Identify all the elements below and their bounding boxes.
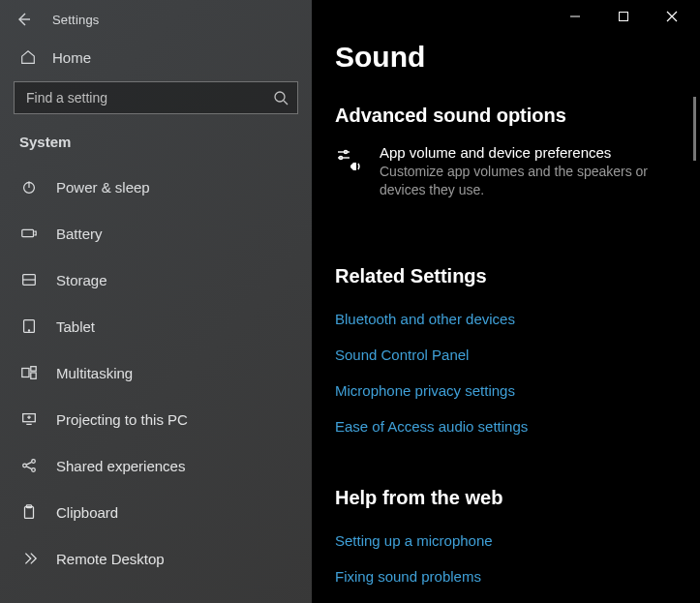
sidebar-item-label: Projecting to this PC xyxy=(56,411,188,428)
sidebar-item-power-sleep[interactable]: Power & sleep xyxy=(0,164,312,210)
page-title: Sound xyxy=(312,33,700,91)
close-button[interactable] xyxy=(650,2,694,31)
svg-point-5 xyxy=(28,330,29,331)
sidebar-item-shared-experiences[interactable]: Shared experiences xyxy=(0,442,312,489)
home-icon xyxy=(19,48,37,66)
related-heading: Related Settings xyxy=(335,265,677,287)
svg-rect-7 xyxy=(31,367,36,372)
projecting-icon xyxy=(19,409,39,429)
svg-point-11 xyxy=(32,460,36,464)
sidebar-item-label: Clipboard xyxy=(56,504,118,521)
sidebar-item-multitasking[interactable]: Multitasking xyxy=(0,349,312,396)
tablet-icon xyxy=(19,317,39,336)
help-link-fixing-sound-problems[interactable]: Fixing sound problems xyxy=(335,558,677,594)
minimize-button[interactable] xyxy=(553,2,597,31)
related-link-ease-of-access-audio-settings[interactable]: Ease of Access audio settings xyxy=(335,408,677,444)
battery-icon xyxy=(19,224,39,243)
svg-point-0 xyxy=(275,92,285,102)
sidebar-item-label: Shared experiences xyxy=(56,458,185,474)
remote-icon xyxy=(19,549,39,568)
sidebar-item-storage[interactable]: Storage xyxy=(0,256,312,303)
app-volume-preferences[interactable]: App volume and device preferences Custom… xyxy=(335,140,677,207)
scrollbar-thumb[interactable] xyxy=(693,97,696,161)
svg-rect-6 xyxy=(22,369,29,377)
search-icon xyxy=(273,90,289,106)
help-link-setting-up-a-microphone[interactable]: Setting up a microphone xyxy=(335,523,677,558)
help-links: Setting up a microphoneFixing sound prob… xyxy=(335,523,677,594)
sidebar-item-clipboard[interactable]: Clipboard xyxy=(0,489,312,535)
sidebar-item-label: Storage xyxy=(56,272,107,288)
sidebar-item-label: Power & sleep xyxy=(56,179,150,196)
svg-point-12 xyxy=(32,468,36,472)
maximize-button[interactable] xyxy=(601,2,646,31)
svg-rect-2 xyxy=(22,229,34,236)
sidebar-item-tablet[interactable]: Tablet xyxy=(0,303,312,349)
power-icon xyxy=(19,177,39,196)
svg-point-10 xyxy=(23,464,27,467)
svg-rect-15 xyxy=(620,13,628,21)
titlebar xyxy=(312,0,700,33)
sidebar: Settings Home System Power & sleepBatter… xyxy=(0,0,312,603)
svg-rect-8 xyxy=(31,373,36,378)
pref-title: App volume and device preferences xyxy=(380,144,677,161)
sidebar-item-label: Remote Desktop xyxy=(56,551,165,567)
sidebar-item-remote-desktop[interactable]: Remote Desktop xyxy=(0,535,312,582)
sidebar-item-projecting-to-this-pc[interactable]: Projecting to this PC xyxy=(0,396,312,442)
sidebar-item-label: Tablet xyxy=(56,318,95,335)
multitasking-icon xyxy=(19,363,39,382)
sidebar-item-battery[interactable]: Battery xyxy=(0,210,312,256)
related-link-sound-control-panel[interactable]: Sound Control Panel xyxy=(335,337,677,373)
svg-rect-13 xyxy=(25,507,34,519)
category-label: System xyxy=(0,128,312,164)
shared-icon xyxy=(19,456,39,475)
home-label: Home xyxy=(52,49,91,66)
search-input[interactable] xyxy=(14,81,298,114)
related-link-bluetooth-and-other-devices[interactable]: Bluetooth and other devices xyxy=(335,301,677,337)
pref-desc: Customize app volumes and the speakers o… xyxy=(380,161,677,199)
storage-icon xyxy=(19,270,39,289)
home-nav[interactable]: Home xyxy=(0,35,312,75)
sliders-sound-icon xyxy=(335,146,362,173)
clipboard-icon xyxy=(19,502,39,522)
app-title: Settings xyxy=(52,13,100,27)
sidebar-item-label: Multitasking xyxy=(56,365,133,381)
related-link-microphone-privacy-settings[interactable]: Microphone privacy settings xyxy=(335,373,677,408)
advanced-heading: Advanced sound options xyxy=(335,105,677,127)
back-button[interactable] xyxy=(15,10,35,29)
sidebar-item-label: Battery xyxy=(56,226,103,242)
related-links: Bluetooth and other devicesSound Control… xyxy=(335,301,677,444)
nav-list: Power & sleepBatteryStorageTabletMultita… xyxy=(0,164,312,603)
main-panel: Sound Advanced sound options App volume … xyxy=(312,0,700,603)
help-heading: Help from the web xyxy=(335,487,677,509)
